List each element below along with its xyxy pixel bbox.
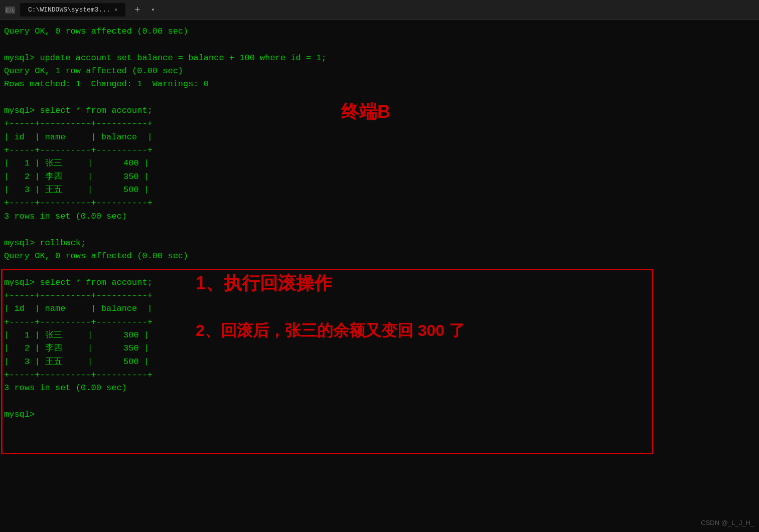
terminal-tab[interactable]: C:\WINDOWS\system3... × [20, 3, 125, 17]
line-2: mysql> update account set balance = bala… [4, 52, 755, 65]
line-b2: Query OK, 0 rows affected (0.00 sec) [4, 250, 755, 263]
tab-close-button[interactable]: × [114, 7, 118, 13]
line-6: +-----+----------+----------+ [4, 117, 755, 130]
tab-dropdown-button[interactable]: ▾ [149, 6, 157, 14]
title-bar: C:\ C:\WINDOWS\system3... × + ▾ [0, 0, 759, 20]
line-8: +-----+----------+----------+ [4, 144, 755, 157]
line-10: | 2 | 李四 | 350 | [4, 170, 755, 184]
line-blank-1 [4, 38, 755, 51]
line-blank-3 [4, 223, 755, 236]
line-12: +-----+----------+----------+ [4, 197, 755, 210]
line-11: | 3 | 王五 | 500 | [4, 184, 755, 197]
line-13: 3 rows in set (0.00 sec) [4, 210, 755, 223]
line-b1: mysql> rollback; [4, 237, 755, 250]
line-4: Rows matched: 1 Changed: 1 Warnings: 0 [4, 78, 755, 91]
line-1: Query OK, 0 rows affected (0.00 sec) [4, 25, 755, 38]
watermark: CSDN @_L_J_H_ [701, 518, 754, 528]
line-3: Query OK, 1 row affected (0.00 sec) [4, 65, 755, 78]
line-9: | 1 | 张三 | 400 | [4, 157, 755, 170]
tab-title: C:\WINDOWS\system3... [28, 6, 110, 14]
new-tab-button[interactable]: + [130, 5, 144, 15]
highlight-section [1, 269, 653, 454]
svg-text:C:\: C:\ [6, 8, 14, 13]
line-blank-2 [4, 91, 755, 104]
terminal-body: Query OK, 0 rows affected (0.00 sec) mys… [0, 20, 759, 532]
line-5: mysql> select * from account; [4, 104, 755, 117]
line-7: | id | name | balance | [4, 131, 755, 144]
terminal-icon: C:\ [5, 7, 15, 14]
